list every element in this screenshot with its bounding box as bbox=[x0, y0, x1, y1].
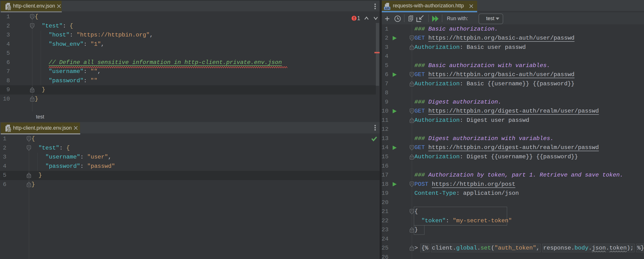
svg-text:API: API bbox=[385, 7, 390, 10]
